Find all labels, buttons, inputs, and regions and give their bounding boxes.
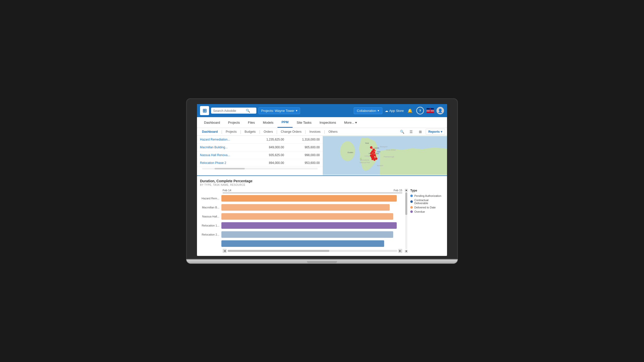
scroll-thumb[interactable] <box>228 250 329 252</box>
delivered-label: Delivered to Date <box>414 206 436 209</box>
svg-point-15 <box>371 148 373 149</box>
row-col2: 953,600.00 <box>287 159 323 167</box>
search-input[interactable] <box>213 109 246 113</box>
gantt-bar <box>221 195 397 202</box>
row-name[interactable]: Macmillan Building... <box>197 144 251 151</box>
gantt-bar-area <box>221 231 402 238</box>
svg-text:Snowdonia: Snowdonia <box>360 159 369 161</box>
project-selector[interactable]: Projects: Wayne Tower <box>258 107 300 114</box>
svg-point-21 <box>372 153 374 155</box>
gantt-label: Relocation 2... <box>200 233 221 236</box>
gantt-bar-area <box>221 195 402 202</box>
chevron-down-icon: ▾ <box>355 121 357 124</box>
nav-models[interactable]: Models <box>259 118 277 127</box>
scroll-left-arrow[interactable]: ◀ <box>223 249 227 253</box>
separator6: | <box>324 130 326 134</box>
subnav-others[interactable]: Others <box>326 128 341 135</box>
subnav-dashboard[interactable]: Dashboard <box>199 128 221 135</box>
chart-scrollbar: ◀ ▶ <box>223 249 402 253</box>
map-svg: York Leeds Hull Blackpool Great Britain … <box>323 136 447 175</box>
logo-button[interactable]: ⊞ <box>200 106 209 115</box>
row-col1: 935,625.00 <box>251 151 287 159</box>
language-flag[interactable] <box>426 108 434 113</box>
gantt-row: Relocation 2... <box>200 231 402 238</box>
subnav-orders[interactable]: Orders <box>261 128 276 135</box>
main-nav: Dashboard Projects Files Models PPM Site… <box>197 117 447 128</box>
nav-dashboard[interactable]: Dashboard <box>200 118 224 127</box>
subnav-projects[interactable]: Projects <box>223 128 239 135</box>
sub-nav: Dashboard | Projects | Budgets | Orders … <box>197 128 447 136</box>
reports-label: Reports <box>428 130 440 133</box>
separator4: | <box>276 130 278 134</box>
row-name[interactable]: Nassua Hall Renova... <box>197 151 251 159</box>
svg-point-20 <box>370 152 372 154</box>
svg-text:York: York <box>365 142 369 144</box>
svg-text:Dublin: Dublin <box>348 152 353 154</box>
search-icon: 🔍 <box>246 109 250 113</box>
gantt-bar <box>221 222 397 229</box>
separator: | <box>221 130 223 134</box>
nav-inspections[interactable]: Inspections <box>315 118 340 127</box>
gantt-label: Relocation 1... <box>200 224 221 227</box>
svg-text:Blackpool: Blackpool <box>380 146 387 148</box>
table-scrollbar-thumb[interactable] <box>215 168 245 169</box>
top-section: Hazard Remediation... 1,235,625.00 1,318… <box>197 136 447 175</box>
nav-files[interactable]: Files <box>244 118 259 127</box>
svg-point-17 <box>374 150 376 152</box>
contractual-label: Contractual Deliverable <box>414 199 442 205</box>
scroll-down-arrow[interactable]: ▼ <box>405 250 408 253</box>
delivered-dot <box>410 206 413 209</box>
svg-text:Norwich: Norwich <box>377 165 383 166</box>
search-box: 🔍 <box>211 108 256 114</box>
row-name[interactable]: Hazard Remediation... <box>197 136 251 144</box>
date-start: Feb 14 <box>223 189 231 192</box>
logo-icon: ⊞ <box>203 108 207 114</box>
vscroll-thumb[interactable] <box>405 192 407 215</box>
nav-projects[interactable]: Projects <box>224 118 244 127</box>
nav-ppm[interactable]: PPM <box>277 117 293 128</box>
pending-auth-dot <box>410 195 413 197</box>
row-name[interactable]: Relocation Phase 2 <box>197 159 251 167</box>
scroll-track[interactable] <box>228 250 397 252</box>
gantt-row: Macmillan B... <box>200 204 402 211</box>
grid-view-icon[interactable]: ⊞ <box>417 128 424 135</box>
row-col2: 998,000.00 <box>287 151 323 159</box>
gantt-bar-area <box>221 204 402 211</box>
gantt-bar <box>221 231 393 238</box>
subnav-budgets[interactable]: Budgets <box>242 128 259 135</box>
svg-point-28 <box>375 156 376 157</box>
table-row: Hazard Remediation... 1,235,625.00 1,318… <box>197 136 323 144</box>
notifications-button[interactable]: 🔔 <box>406 107 414 114</box>
svg-point-25 <box>374 154 376 156</box>
nav-more[interactable]: More... ▾ <box>340 118 361 127</box>
separator5: | <box>304 130 306 134</box>
scroll-right-arrow[interactable]: ▶ <box>398 249 402 253</box>
grid-search-icon[interactable]: 🔍 <box>398 128 406 135</box>
list-view-icon[interactable]: ☰ <box>408 128 415 135</box>
chart-legend: Type Pending Authorization Contractual D… <box>409 189 444 253</box>
svg-text:National Park: National Park <box>359 162 370 163</box>
contractual-dot <box>410 200 413 203</box>
appstore-button[interactable]: ☁ App Store <box>385 109 404 113</box>
row-col2: 905,600.00 <box>287 144 323 151</box>
subnav-invoices[interactable]: Invoices <box>306 128 324 135</box>
nav-site-tasks[interactable]: Site Tasks <box>293 118 315 127</box>
screen: ⊞ 🔍 Projects: Wayne Tower Collaboration … <box>197 104 447 256</box>
user-avatar[interactable]: 👤 <box>436 107 444 114</box>
reports-button[interactable]: Reports ▾ <box>426 129 445 135</box>
pending-auth-label: Pending Authorization <box>414 194 441 197</box>
subnav-change-orders[interactable]: Change Orders <box>278 128 304 135</box>
chart-timeline: Feb 14 Feb 15 <box>223 189 402 193</box>
collaboration-button[interactable]: Collaboration <box>354 107 383 114</box>
vertical-scrollbar: ▲ ▼ <box>405 189 408 253</box>
help-button[interactable]: ? <box>416 107 424 114</box>
gantt-bar <box>221 240 384 247</box>
scroll-up-arrow[interactable]: ▲ <box>405 189 408 192</box>
gantt-row: Hazard Rem... <box>200 195 402 202</box>
cloud-icon: ☁ <box>385 109 388 113</box>
svg-point-29 <box>372 158 374 160</box>
gantt-row: Nassua Hall... <box>200 213 402 220</box>
row-col1: 849,000.00 <box>251 144 287 151</box>
laptop-base <box>186 259 458 264</box>
top-nav: ⊞ 🔍 Projects: Wayne Tower Collaboration … <box>197 104 447 117</box>
